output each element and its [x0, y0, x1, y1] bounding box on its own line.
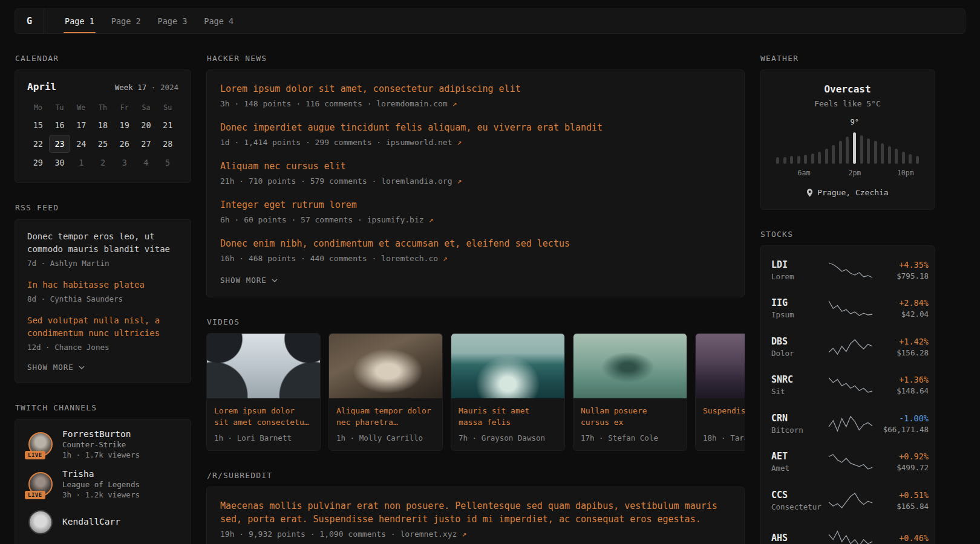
- hn-story-link[interactable]: Donec enim nibh, condimentum et accumsan…: [220, 237, 731, 250]
- stock-name: Amet: [771, 464, 828, 473]
- calendar-day: 24: [70, 135, 92, 153]
- video-card[interactable]: Nullam posuere cursus ex 17h · Stefan Co…: [573, 333, 687, 451]
- sparkline-chart: [828, 453, 873, 470]
- stock-price: $156.28: [873, 348, 929, 357]
- video-thumbnail[interactable]: [207, 334, 320, 398]
- hn-story-link[interactable]: Lorem ipsum dolor sit amet, consectetur …: [220, 82, 731, 96]
- hn-meta-text: 1d · 1,414 points · 299 comments ·: [220, 138, 386, 147]
- avatar: [28, 510, 53, 534]
- weather-bar: [832, 145, 835, 164]
- video-thumbnail[interactable]: [573, 334, 687, 398]
- calendar-day-next-month: 4: [136, 154, 157, 172]
- channel-name-link[interactable]: ForrestBurton: [62, 429, 140, 439]
- tab-page-1[interactable]: Page 1: [56, 9, 103, 33]
- rss-widget: Donec tempor eros leo, ut commodo mauris…: [15, 219, 191, 383]
- calendar-section: CALENDAR April Week 17 · 2024 Mo Tu We T…: [15, 54, 191, 183]
- weather-bar: [881, 143, 884, 164]
- video-title-link[interactable]: Mauris sit amet massa felis: [459, 405, 557, 428]
- stocks-section-label: STOCKS: [760, 230, 935, 239]
- tab-page-2[interactable]: Page 2: [103, 9, 149, 33]
- stock-name: Dolor: [771, 349, 828, 358]
- weather-bar: [860, 135, 863, 164]
- channel-avatar[interactable]: LIVE: [27, 471, 54, 497]
- channel-avatar[interactable]: LIVE: [27, 431, 54, 458]
- twitch-channel[interactable]: KendallCarr: [27, 509, 178, 536]
- video-card[interactable]: Mauris sit amet massa felis 7h · Grayson…: [451, 333, 565, 451]
- stock-row[interactable]: AHS +0.46%: [771, 520, 924, 544]
- hn-story-link[interactable]: Donec imperdiet augue tincidunt felis al…: [220, 121, 731, 134]
- stock-row[interactable]: IIG Ipsum +2.84% $42.04: [771, 290, 924, 328]
- sparkline-chart: [828, 300, 873, 317]
- channel-info: ForrestBurton Counter-Strike 1h · 1.7k v…: [62, 429, 140, 459]
- video-thumbnail[interactable]: [451, 334, 564, 398]
- hn-domain-link[interactable]: loremlandia.org: [381, 176, 452, 186]
- stock-name: Lorem: [771, 272, 828, 281]
- stock-values: +1.42% $156.28: [873, 337, 929, 357]
- hn-domain-link[interactable]: ipsumify.biz: [367, 215, 424, 224]
- hn-domain-link[interactable]: ipsumworld.net: [386, 138, 452, 147]
- channel-name-link[interactable]: Trisha: [62, 469, 140, 479]
- external-link-icon: ↗: [457, 176, 462, 186]
- stock-row[interactable]: SNRC Sit +1.36% $148.64: [771, 366, 924, 405]
- rss-item-link[interactable]: In hac habitasse platea: [27, 279, 178, 291]
- external-link-icon: ↗: [452, 99, 457, 108]
- weather-axis: 6am 2pm 10pm: [771, 169, 924, 178]
- hn-item: Aliquam nec cursus elit 21h · 710 points…: [220, 160, 731, 186]
- rss-section-label: RSS FEED: [15, 203, 191, 212]
- stock-row[interactable]: CCS Consectetur +0.51% $165.84: [771, 481, 924, 520]
- stock-values: +0.46%: [873, 533, 929, 544]
- video-thumbnail[interactable]: [696, 334, 745, 398]
- hackernews-widget: Lorem ipsum dolor sit amet, consectetur …: [206, 70, 745, 297]
- calendar-day: 17: [70, 116, 92, 134]
- hn-domain-link[interactable]: loremdomain.com: [376, 99, 447, 108]
- hn-story-link[interactable]: Integer eget rutrum lorem: [220, 198, 731, 212]
- chevron-down-icon: [272, 279, 278, 282]
- videos-row: Lorem ipsum dolor sit amet consectetu… 1…: [206, 333, 745, 451]
- hn-domain-link[interactable]: loremtech.co: [381, 254, 438, 263]
- rss-item-meta: 12d · Chance Jones: [27, 343, 178, 352]
- video-card[interactable]: Lorem ipsum dolor sit amet consectetu… 1…: [206, 333, 321, 451]
- rss-item: Donec tempor eros leo, ut commodo mauris…: [27, 230, 178, 268]
- channel-game[interactable]: League of Legends: [62, 480, 140, 489]
- weather-bar: [895, 149, 898, 164]
- video-card[interactable]: Aliquam tempor dolor nec pharetra… 1h · …: [328, 333, 443, 451]
- rss-show-more-button[interactable]: SHOW MORE: [27, 363, 85, 372]
- stock-row[interactable]: CRN Bitcorn -1.00% $66,171.48: [771, 404, 924, 443]
- stock-symbol: CRN: [771, 413, 828, 424]
- sparkline-chart: [828, 338, 873, 355]
- video-title-link[interactable]: Aliquam tempor dolor nec pharetra…: [336, 405, 435, 428]
- calendar-day: 30: [49, 154, 71, 172]
- calendar-day: 25: [92, 135, 114, 153]
- subreddit-section: /R/SUBREDDIT Maecenas mollis pulvinar er…: [206, 471, 745, 544]
- subreddit-post-link[interactable]: Maecenas mollis pulvinar erat non posuer…: [220, 499, 731, 526]
- channel-game[interactable]: Counter-Strike: [62, 440, 140, 449]
- video-thumbnail[interactable]: [329, 334, 442, 398]
- subreddit-domain-link[interactable]: loremnet.xyz: [400, 529, 457, 539]
- rss-item-link[interactable]: Sed volutpat nulla nisl, a condimentum n…: [27, 314, 178, 340]
- video-title-link[interactable]: Lorem ipsum dolor sit amet consectetu…: [214, 405, 313, 428]
- video-title-link[interactable]: Suspendisse diam: [703, 405, 745, 428]
- stock-id: DBS Dolor: [771, 336, 828, 358]
- tab-page-4[interactable]: Page 4: [195, 9, 242, 33]
- video-card[interactable]: Suspendisse diam 18h · Tara: [695, 333, 745, 451]
- app-logo[interactable]: G: [15, 9, 44, 33]
- rss-item-link[interactable]: Donec tempor eros leo, ut commodo mauris…: [27, 230, 178, 256]
- channel-avatar[interactable]: [27, 509, 54, 536]
- channel-info: Trisha League of Legends 3h · 1.2k viewe…: [62, 469, 140, 499]
- weather-bar: [797, 156, 800, 164]
- tab-page-3[interactable]: Page 3: [149, 9, 196, 33]
- stock-id: LDI Lorem: [771, 259, 828, 281]
- hn-story-link[interactable]: Aliquam nec cursus elit: [220, 160, 731, 173]
- stock-name: Ipsum: [771, 310, 828, 319]
- stock-row[interactable]: DBS Dolor +1.42% $156.28: [771, 328, 924, 366]
- hn-show-more-button[interactable]: SHOW MORE: [220, 276, 278, 285]
- weather-bar: [783, 157, 786, 164]
- twitch-channel[interactable]: LIVE Trisha League of Legends 3h · 1.2k …: [27, 469, 178, 499]
- channel-name-link[interactable]: KendallCarr: [62, 517, 120, 526]
- stock-change: +2.84%: [873, 298, 929, 308]
- video-title-link[interactable]: Nullam posuere cursus ex: [581, 405, 679, 428]
- twitch-channel[interactable]: LIVE ForrestBurton Counter-Strike 1h · 1…: [27, 429, 178, 459]
- stock-row[interactable]: AET Amet +0.92% $499.72: [771, 443, 924, 482]
- stock-row[interactable]: LDI Lorem +4.35% $795.18: [771, 251, 924, 290]
- stock-id: AET Amet: [771, 451, 828, 473]
